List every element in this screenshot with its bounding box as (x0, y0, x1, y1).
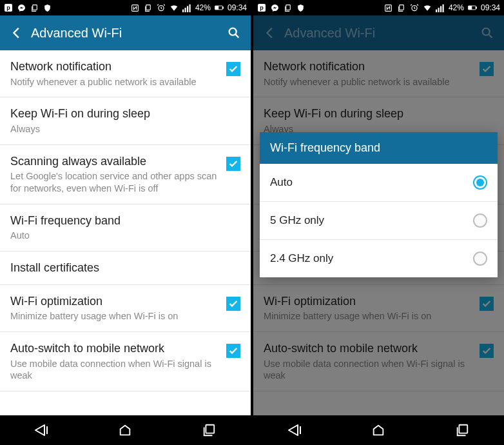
dialog-title: Wi-Fi frequency band (260, 132, 498, 164)
setting-sub: Minimize battery usage when Wi-Fi is on (10, 310, 220, 322)
dialog-option-5ghz[interactable]: 5 GHz only (260, 202, 498, 240)
settings-list: Network notification Notify whenever a p… (0, 50, 251, 391)
svg-rect-27 (469, 6, 472, 10)
dialog-option-label: 5 GHz only (270, 214, 473, 227)
dialog-option-24ghz[interactable]: 2.4 GHz only (260, 240, 498, 277)
setting-title: Install certificates (10, 261, 234, 275)
svg-rect-4 (146, 5, 151, 10)
checkbox-icon[interactable] (226, 297, 240, 311)
svg-text:p: p (6, 5, 10, 11)
messenger-icon (17, 3, 26, 12)
setting-title: Network notification (10, 59, 220, 74)
nfc-icon (131, 3, 140, 12)
alarm-icon (410, 3, 419, 12)
search-button[interactable] (225, 26, 243, 40)
battery-percent: 42% (195, 3, 211, 12)
svg-rect-24 (442, 5, 443, 12)
signal-icon (182, 3, 191, 12)
setting-auto-switch[interactable]: Auto-switch to mobile network Use mobile… (0, 332, 251, 391)
checkbox-icon[interactable] (226, 62, 240, 76)
radio-icon[interactable] (473, 175, 487, 190)
nav-home-button[interactable] (106, 415, 144, 445)
svg-rect-17 (286, 5, 290, 10)
setting-title: Auto-switch to mobile network (10, 341, 220, 356)
dialog-option-label: 2.4 GHz only (270, 252, 473, 265)
setting-sub: Notify whenever a public network is avai… (10, 76, 220, 88)
svg-rect-14 (206, 425, 215, 433)
setting-title: Scanning always available (10, 154, 220, 169)
copy2-icon (144, 3, 153, 12)
svg-text:p: p (260, 5, 264, 11)
svg-rect-23 (440, 6, 441, 12)
copy-icon (283, 3, 292, 12)
battery-percent: 42% (449, 3, 464, 12)
wifi-icon (423, 3, 432, 12)
clock-text: 09:34 (481, 3, 500, 12)
app-bar: Advanced Wi-Fi (0, 15, 251, 50)
svg-rect-6 (182, 10, 184, 12)
svg-rect-12 (215, 6, 218, 10)
battery-icon (468, 3, 477, 12)
svg-rect-2 (32, 5, 37, 10)
alarm-icon (157, 3, 166, 12)
setting-frequency-band[interactable]: Wi-Fi frequency band Auto (0, 204, 251, 252)
checkbox-icon[interactable] (226, 157, 240, 171)
copy2-icon (397, 3, 406, 12)
wifi-icon (170, 3, 179, 12)
svg-rect-29 (460, 425, 468, 433)
shield-icon (296, 3, 305, 12)
svg-rect-19 (400, 5, 404, 10)
svg-rect-9 (189, 5, 190, 12)
nav-back-button[interactable] (276, 415, 315, 445)
back-button[interactable] (8, 26, 26, 40)
status-bar: p 42% 09:34 (253, 0, 504, 15)
setting-network-notification[interactable]: Network notification Notify whenever a p… (0, 50, 251, 97)
page-title: Advanced Wi-Fi (31, 26, 225, 41)
svg-rect-8 (187, 6, 188, 12)
setting-wifi-optimization[interactable]: Wi-Fi optimization Minimize battery usag… (0, 285, 251, 332)
svg-rect-21 (436, 10, 437, 12)
setting-sub: Always (10, 123, 234, 135)
status-bar: p 42% 09:34 (0, 0, 251, 15)
nav-bar (0, 415, 251, 445)
nfc-icon (384, 3, 393, 12)
svg-rect-7 (184, 8, 186, 12)
messenger-icon (270, 3, 279, 12)
setting-title: Keep Wi-Fi on during sleep (10, 106, 234, 121)
battery-icon (215, 3, 224, 12)
dialog-option-auto[interactable]: Auto (260, 164, 498, 202)
notif-icon: p (257, 3, 266, 12)
svg-rect-11 (222, 7, 223, 8)
shield-icon (43, 3, 52, 12)
setting-title: Wi-Fi frequency band (10, 213, 234, 228)
checkbox-icon[interactable] (226, 344, 240, 358)
nav-bar (253, 415, 504, 445)
svg-rect-22 (438, 8, 439, 12)
nav-recent-button[interactable] (443, 415, 481, 445)
radio-icon[interactable] (473, 213, 487, 228)
nav-recent-button[interactable] (189, 415, 228, 445)
copy-icon (30, 3, 39, 12)
clock-text: 09:34 (228, 3, 247, 12)
frequency-band-dialog: Wi-Fi frequency band Auto 5 GHz only 2.4… (260, 132, 498, 277)
svg-rect-26 (476, 7, 476, 8)
dialog-option-label: Auto (270, 176, 473, 189)
svg-point-13 (229, 28, 237, 35)
setting-title: Wi-Fi optimization (10, 294, 220, 309)
nav-home-button[interactable] (359, 415, 398, 445)
setting-install-certs[interactable]: Install certificates (0, 252, 251, 285)
setting-keep-wifi-on[interactable]: Keep Wi-Fi on during sleep Always (0, 97, 251, 144)
signal-icon (436, 3, 445, 12)
notif-icon: p (4, 3, 13, 12)
setting-sub: Use mobile data connection when Wi-Fi si… (10, 358, 220, 382)
setting-scanning-always[interactable]: Scanning always available Let Google's l… (0, 145, 251, 204)
setting-sub: Let Google's location service and other … (10, 170, 220, 195)
setting-sub: Auto (10, 230, 234, 242)
nav-back-button[interactable] (23, 415, 61, 445)
radio-icon[interactable] (473, 252, 487, 266)
